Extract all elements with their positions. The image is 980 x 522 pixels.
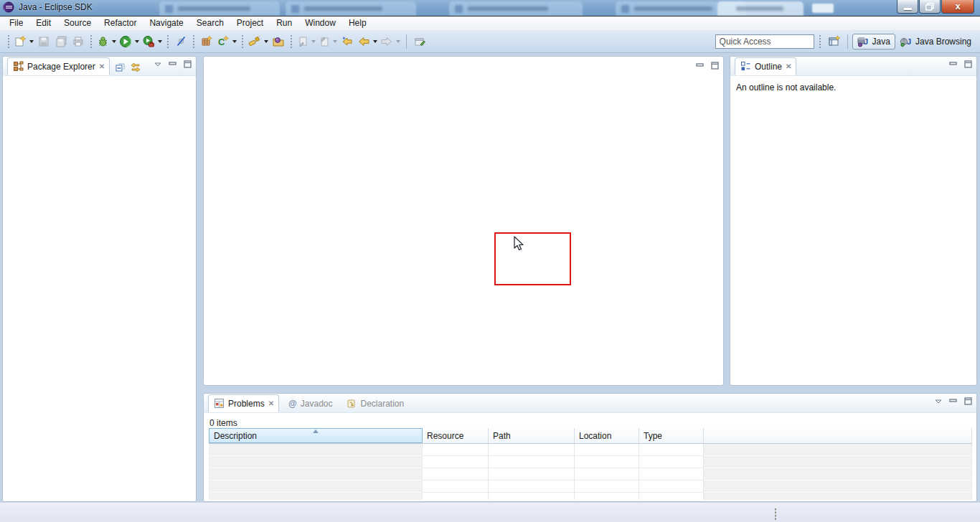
maximize-editor-button[interactable] [711, 62, 719, 70]
table-cell [209, 480, 423, 493]
table-cell [639, 480, 704, 493]
next-annotation-dropdown[interactable] [311, 40, 316, 43]
new-wizard-button[interactable] [13, 33, 35, 50]
debug-button[interactable] [95, 33, 118, 50]
maximize-view-button[interactable] [964, 397, 972, 405]
close-icon[interactable]: ✕ [786, 62, 791, 70]
new-java-project-button[interactable] [198, 33, 215, 50]
close-window-button[interactable]: x [941, 0, 974, 14]
last-edit-location-button[interactable] [339, 33, 356, 50]
editor-area[interactable] [203, 56, 724, 386]
save-all-button[interactable] [52, 33, 70, 50]
table-cell [575, 480, 639, 493]
minimize-window-button[interactable] [897, 0, 918, 14]
maximize-window-button[interactable] [919, 0, 941, 14]
column-header-location[interactable]: Location [575, 428, 639, 443]
quick-access-input[interactable] [715, 34, 814, 49]
external-tools-icon [142, 35, 155, 48]
new-java-class-icon: C [217, 35, 230, 47]
toolbar-drag-handle[interactable] [90, 34, 93, 49]
menu-help[interactable]: Help [342, 16, 373, 30]
external-tools-button[interactable] [141, 33, 164, 50]
table-cell [209, 456, 423, 468]
external-tools-dropdown[interactable] [158, 40, 162, 43]
toolbar-drag-handle[interactable] [166, 34, 169, 49]
open-perspective-button[interactable] [826, 33, 843, 50]
run-dropdown[interactable] [135, 40, 139, 43]
skip-all-breakpoints-button[interactable] [172, 33, 189, 50]
back-button[interactable] [356, 33, 379, 50]
background-browser-tab [286, 1, 416, 16]
close-icon[interactable]: ✕ [99, 62, 104, 70]
view-menu-button[interactable] [935, 399, 942, 404]
menu-run[interactable]: Run [270, 16, 298, 30]
tab-javadoc-label: Javadoc [301, 399, 333, 409]
save-button[interactable] [35, 33, 52, 50]
run-icon [119, 35, 132, 48]
java-perspective-icon: J [857, 36, 870, 47]
forward-dropdown[interactable] [396, 40, 400, 43]
new-wizard-dropdown[interactable] [29, 40, 34, 43]
debug-icon [97, 35, 109, 47]
run-button[interactable] [118, 33, 141, 50]
link-with-editor-button[interactable] [130, 62, 141, 72]
forward-button[interactable] [379, 33, 402, 50]
column-header-path[interactable]: Path [489, 428, 575, 443]
perspective-java-browsing-button[interactable]: J Java Browsing [895, 34, 976, 49]
search-button[interactable] [247, 33, 270, 50]
menu-file[interactable]: File [3, 16, 29, 30]
toolbar-drag-handle[interactable] [192, 34, 195, 49]
menu-search[interactable]: Search [190, 16, 230, 30]
menu-project[interactable]: Project [230, 16, 270, 30]
table-cell [489, 444, 575, 456]
toolbar-drag-handle[interactable] [241, 34, 244, 49]
next-annotation-button[interactable] [296, 33, 317, 50]
maximize-view-button[interactable] [964, 60, 972, 68]
pin-editor-button[interactable] [411, 33, 428, 50]
tab-problems[interactable]: Problems ✕ [208, 394, 279, 412]
toolbar-drag-handle[interactable] [290, 34, 293, 49]
trim-drag-handle[interactable] [774, 508, 777, 520]
menu-window[interactable]: Window [298, 16, 342, 30]
minimize-view-button[interactable] [949, 61, 957, 68]
new-java-class-button[interactable]: C [215, 33, 238, 50]
tab-package-explorer[interactable]: Package Explorer ✕ [7, 57, 110, 75]
collapse-all-button[interactable] [116, 62, 126, 72]
search-dropdown[interactable] [264, 40, 268, 43]
previous-annotation-dropdown[interactable] [333, 40, 337, 43]
toolbar-drag-handle[interactable] [819, 34, 821, 49]
tab-javadoc[interactable]: @ Javadoc [283, 394, 337, 412]
minimize-view-button[interactable] [949, 398, 957, 405]
tab-declaration[interactable]: Declaration [341, 394, 409, 412]
menu-refactor[interactable]: Refactor [98, 16, 143, 30]
previous-annotation-button[interactable] [317, 33, 339, 50]
print-icon [72, 36, 84, 47]
open-type-icon [272, 36, 285, 47]
table-cell [704, 468, 972, 480]
new-java-class-dropdown[interactable] [232, 40, 237, 43]
open-type-button[interactable] [270, 33, 287, 50]
toolbar-drag-handle[interactable] [7, 34, 10, 49]
column-header-description[interactable]: Description [209, 428, 423, 443]
table-empty-row [209, 468, 972, 480]
table-cell [423, 493, 489, 500]
perspective-java-button[interactable]: J Java [852, 34, 895, 49]
close-icon[interactable]: ✕ [268, 399, 273, 407]
toolbar-separator [847, 34, 848, 49]
tab-outline[interactable]: Outline ✕ [735, 57, 796, 75]
debug-dropdown[interactable] [112, 40, 116, 43]
table-empty-row [209, 444, 972, 456]
print-button[interactable] [70, 33, 87, 50]
menu-source[interactable]: Source [57, 16, 98, 30]
column-header-type[interactable]: Type [639, 428, 704, 443]
minimize-view-button[interactable] [169, 61, 176, 68]
view-menu-button[interactable] [154, 62, 161, 67]
column-header-resource[interactable]: Resource [423, 428, 489, 443]
menu-edit[interactable]: Edit [29, 16, 57, 30]
java-browsing-perspective-icon: J [900, 36, 913, 47]
maximize-view-button[interactable] [184, 60, 192, 68]
back-dropdown[interactable] [373, 40, 377, 43]
minimize-editor-button[interactable] [696, 62, 704, 70]
menu-navigate[interactable]: Navigate [143, 16, 189, 30]
package-explorer-content[interactable] [3, 76, 196, 501]
